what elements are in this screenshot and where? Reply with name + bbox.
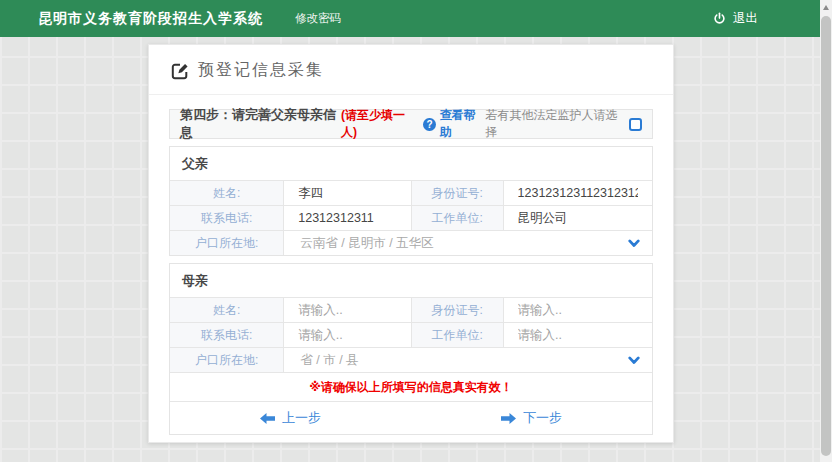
step-hint: (请至少填一人) <box>341 107 417 141</box>
father-region-label: 户口所在地: <box>170 231 283 255</box>
father-name-input[interactable] <box>286 186 409 200</box>
edit-icon <box>171 62 189 80</box>
father-row-name-id: 姓名: 身份证号: <box>170 180 652 205</box>
mother-name-input[interactable] <box>286 303 409 317</box>
father-id-label: 身份证号: <box>411 181 503 205</box>
help-question-icon[interactable]: ? <box>423 118 435 131</box>
logout-label: 退出 <box>733 10 758 27</box>
mother-region-select[interactable]: 省 / 市 / 县 <box>286 352 650 369</box>
step-header-right: 若有其他法定监护人请选择 <box>485 107 642 141</box>
card-header: 预登记信息采集 <box>149 45 673 95</box>
father-phone-label: 联系电话: <box>170 206 283 230</box>
pre-registration-card: 预登记信息采集 第四步：请完善父亲母亲信息(请至少填一人) ? 查看帮助 若有其… <box>148 44 674 443</box>
father-phone-input[interactable] <box>286 211 409 225</box>
father-id-cell <box>503 181 652 205</box>
mother-work-input[interactable] <box>506 328 650 342</box>
chevron-down-icon <box>628 239 640 248</box>
app-title: 昆明市义务教育阶段招生入学系统 <box>38 10 263 28</box>
mother-phone-cell <box>283 323 411 347</box>
card-body: 第四步：请完善父亲母亲信息(请至少填一人) ? 查看帮助 若有其他法定监护人请选… <box>149 95 673 435</box>
scrollbar-thumb[interactable] <box>821 16 831 456</box>
arrow-right-icon <box>501 413 516 424</box>
mother-section: 母亲 姓名: 身份证号: 联系电话: 工作单位: <box>169 263 653 435</box>
father-row-region: 户口所在地: 云南省 / 昆明市 / 五华区 <box>170 230 652 255</box>
mother-phone-input[interactable] <box>286 328 409 342</box>
validity-notice: ※请确保以上所填写的信息真实有效！ <box>170 372 652 401</box>
mother-work-label: 工作单位: <box>411 323 503 347</box>
father-section-title: 父亲 <box>170 147 652 180</box>
father-id-input[interactable] <box>506 186 650 200</box>
other-guardian-note: 若有其他法定监护人请选择 <box>485 107 622 141</box>
prev-step-button[interactable]: 上一步 <box>170 402 411 434</box>
chevron-down-icon <box>628 356 640 365</box>
mother-region-label: 户口所在地: <box>170 348 283 372</box>
father-region-select[interactable]: 云南省 / 昆明市 / 五华区 <box>286 235 650 252</box>
father-region-cell: 云南省 / 昆明市 / 五华区 <box>283 231 652 255</box>
mother-section-title: 母亲 <box>170 264 652 297</box>
arrow-left-icon <box>260 413 275 424</box>
other-guardian-checkbox[interactable] <box>629 118 642 131</box>
mother-id-label: 身份证号: <box>411 298 503 322</box>
view-help-link[interactable]: 查看帮助 <box>440 107 486 141</box>
change-password-link[interactable]: 修改密码 <box>295 11 341 26</box>
mother-region-cell: 省 / 市 / 县 <box>283 348 652 372</box>
father-row-phone-work: 联系电话: 工作单位: <box>170 205 652 230</box>
prev-step-label: 上一步 <box>282 409 321 427</box>
mother-work-cell <box>503 323 652 347</box>
next-step-label: 下一步 <box>523 409 562 427</box>
step-header-left: 第四步：请完善父亲母亲信息(请至少填一人) ? 查看帮助 <box>180 106 485 142</box>
step-navigation: 上一步 下一步 <box>170 401 652 434</box>
father-name-label: 姓名: <box>170 181 283 205</box>
mother-id-input[interactable] <box>506 303 650 317</box>
step-title: 第四步：请完善父亲母亲信息 <box>180 106 341 142</box>
top-header-bar: 昆明市义务教育阶段招生入学系统 修改密码 退出 <box>0 0 820 37</box>
step-header-bar: 第四步：请完善父亲母亲信息(请至少填一人) ? 查看帮助 若有其他法定监护人请选… <box>169 109 653 139</box>
scrollbar[interactable] <box>820 0 832 462</box>
mother-row-name-id: 姓名: 身份证号: <box>170 297 652 322</box>
father-name-cell <box>283 181 411 205</box>
scrollbar-up-arrow-icon[interactable] <box>820 0 832 15</box>
father-work-label: 工作单位: <box>411 206 503 230</box>
mother-row-phone-work: 联系电话: 工作单位: <box>170 322 652 347</box>
father-phone-cell <box>283 206 411 230</box>
mother-row-region: 户口所在地: 省 / 市 / 县 <box>170 347 652 372</box>
mother-name-label: 姓名: <box>170 298 283 322</box>
father-work-input[interactable] <box>506 211 650 225</box>
next-step-button[interactable]: 下一步 <box>411 402 652 434</box>
father-section: 父亲 姓名: 身份证号: 联系电话: 工作单位: <box>169 146 653 256</box>
father-work-cell <box>503 206 652 230</box>
mother-name-cell <box>283 298 411 322</box>
father-region-value: 云南省 / 昆明市 / 五华区 <box>300 235 433 252</box>
page-title: 预登记信息采集 <box>198 60 324 81</box>
mother-region-value: 省 / 市 / 县 <box>300 352 358 369</box>
mother-phone-label: 联系电话: <box>170 323 283 347</box>
logout-button[interactable]: 退出 <box>713 10 758 27</box>
mother-id-cell <box>503 298 652 322</box>
power-icon <box>713 12 726 25</box>
